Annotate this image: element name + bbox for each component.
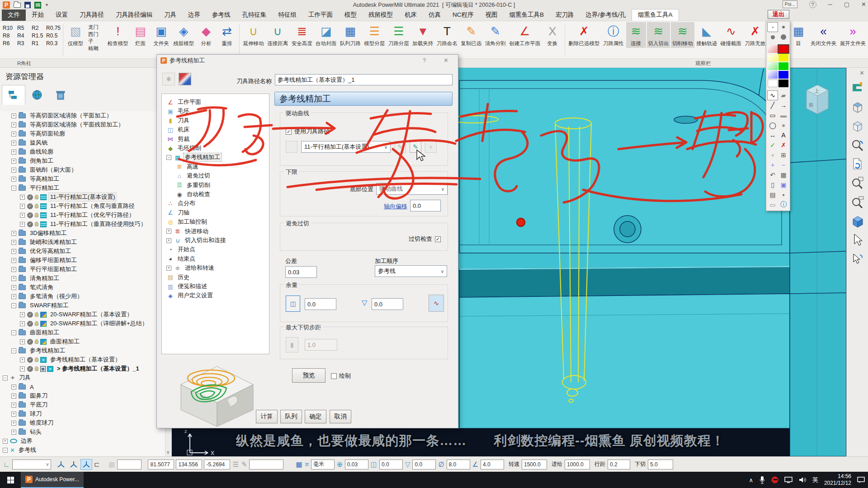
toolpath-name-input[interactable]: 参考线精加工（基本设置）_1 xyxy=(275,74,453,85)
cross-mark-icon[interactable]: ✗ xyxy=(778,140,789,150)
ribbon-button-文件夹[interactable]: ▣文件夹 xyxy=(151,22,171,48)
select-area-icon[interactable]: ▫ xyxy=(767,150,778,160)
new-page-icon[interactable]: ▯ xyxy=(767,180,778,190)
tab-文件[interactable]: 文件 xyxy=(2,9,26,21)
color-swatch[interactable] xyxy=(768,62,778,70)
tree-expander-icon[interactable]: − xyxy=(11,348,16,353)
r-value-R0.75[interactable]: R0.75 xyxy=(46,25,59,31)
tree-item[interactable]: +球刀 xyxy=(11,409,43,418)
dialog-tree-item[interactable]: ☰多重切削 xyxy=(175,181,212,190)
visibility-bulb-icon[interactable] xyxy=(35,222,38,226)
color-swatch[interactable] xyxy=(778,54,788,61)
ribbon-button-展开文件夹[interactable]: »展开文件夹 xyxy=(839,22,867,48)
status-field[interactable]: 1500.0 xyxy=(522,460,547,469)
taskbar-clock[interactable]: 14:562021/12/12 xyxy=(824,473,851,487)
tree-expander-icon[interactable]: + xyxy=(166,229,171,234)
tree-expander-icon[interactable]: + xyxy=(11,421,16,426)
pen-size-option[interactable] xyxy=(778,22,789,32)
ribbon-button-删除已选模型[interactable]: ✗删除已选模型 xyxy=(567,22,601,48)
visibility-bulb-icon[interactable] xyxy=(35,213,38,217)
ribbon-button-碰撞截面[interactable]: ∿碰撞截面 xyxy=(719,22,743,48)
pen-tool-icon[interactable]: ∿ xyxy=(767,90,778,100)
tree-expander-icon[interactable]: + xyxy=(3,439,8,444)
visibility-bulb-icon[interactable] xyxy=(35,366,38,371)
undo-icon[interactable]: ↶ xyxy=(767,170,778,180)
ribbon-button-清角分割[interactable]: ✎清角分割 xyxy=(484,22,507,48)
order-combo[interactable]: 参考线∨ xyxy=(375,265,447,277)
zoom-refresh-icon[interactable] xyxy=(850,137,865,153)
blue-cube-icon[interactable] xyxy=(850,213,865,229)
scroll-down-icon[interactable]: ∨ xyxy=(166,450,170,455)
status-field[interactable]: -5.2694 xyxy=(204,460,230,469)
tab-刀具[interactable]: 刀具 xyxy=(158,9,182,21)
tree-item[interactable]: −曲面精加工 xyxy=(11,328,61,337)
ribbon-button-关闭文件夹[interactable]: «关闭文件夹 xyxy=(809,22,838,48)
tree-expander-icon[interactable]: + xyxy=(11,249,16,254)
axial-offset-link[interactable]: 轴向偏移 xyxy=(384,202,407,211)
tree-expander-icon[interactable]: + xyxy=(11,258,16,263)
tab-模型[interactable]: 模型 xyxy=(339,9,363,21)
line-tool-icon[interactable]: ╱ xyxy=(767,100,778,110)
tree-expander-icon[interactable]: + xyxy=(11,231,16,236)
dialog-tree-item[interactable]: ◫机床 xyxy=(166,125,191,134)
status-field[interactable] xyxy=(249,460,283,469)
tray-chevron-icon[interactable]: ∧ xyxy=(749,477,753,483)
tree-expander-icon[interactable]: + xyxy=(11,394,16,399)
tree-expander-icon[interactable]: + xyxy=(11,285,16,290)
close-icon[interactable]: ✕ xyxy=(861,1,866,8)
ribbon-button-烂面[interactable]: ▤烂面 xyxy=(131,22,151,48)
tab-残留模型[interactable]: 残留模型 xyxy=(363,9,399,21)
tab-边界[interactable]: 边界 xyxy=(182,9,206,21)
dialog-title-bar[interactable]: P 参考线精加工 ? ✕ xyxy=(157,55,458,66)
tree-expander-icon[interactable]: + xyxy=(20,204,25,209)
tree-item[interactable]: +✓11-平行精加工（垂直路径使用技巧） xyxy=(20,220,148,229)
color-swatch[interactable] xyxy=(778,71,788,79)
ribbon-button-复制已选[interactable]: ✎复制已选 xyxy=(460,22,483,48)
tree-item[interactable]: +曲线轮廓 xyxy=(11,147,55,156)
tab-刀具路径[interactable]: 刀具路径 xyxy=(74,9,110,21)
probe-icon[interactable]: ✎ xyxy=(241,460,247,469)
grid-icon[interactable]: ▦ xyxy=(108,460,115,469)
clamp-icon[interactable] xyxy=(850,80,865,96)
tree-expander-icon[interactable]: + xyxy=(11,294,16,299)
tree-expander-icon[interactable]: + xyxy=(20,213,25,218)
xyz-list-icon[interactable]: ☰ xyxy=(232,460,238,469)
diameter-icon[interactable]: ∅ xyxy=(438,460,444,469)
status-field[interactable]: 0.2 xyxy=(608,460,630,469)
refline-finishing-dialog[interactable]: P 参考线精加工 ? ✕ ✱ 刀具路径名称 参考线精加工（基本设置）_1 参考线… xyxy=(156,54,458,428)
tab-边界/参考线/孔[interactable]: 边界/参考线/孔 xyxy=(580,9,632,21)
color-swatch[interactable] xyxy=(778,80,788,87)
ribbon-button-切削移动[interactable]: ≋切削移动 xyxy=(671,22,694,48)
tab-参考线[interactable]: 参考线 xyxy=(206,9,236,21)
magnify-icon[interactable]: ⊞ xyxy=(778,150,789,160)
status-field[interactable]: 0.0 xyxy=(379,460,403,469)
visibility-bulb-icon[interactable] xyxy=(35,339,38,344)
tree-expander-icon[interactable]: − xyxy=(11,303,16,308)
rect-filled-tool-icon[interactable]: ▬ xyxy=(778,110,789,120)
tree-item[interactable]: +等高切面区域清除（平面加工） xyxy=(11,111,113,120)
explorer-globe-tab[interactable] xyxy=(25,85,49,105)
status-field[interactable]: 134.556 xyxy=(176,460,202,469)
ribbon-button-接触轨迹[interactable]: ◣接触轨迹 xyxy=(695,22,719,48)
ellipse-tool-icon[interactable]: ◯ xyxy=(767,120,778,130)
tree-item[interactable]: +平行平坦面精加工 xyxy=(11,265,78,274)
r-value-R1.5[interactable]: R1.5 xyxy=(32,33,44,39)
tree-item[interactable]: +清角精加工 xyxy=(11,274,61,283)
toolbar-close-icon[interactable]: ✕ xyxy=(847,68,868,77)
tree-expander-icon[interactable]: + xyxy=(20,339,25,344)
component-thickness-button[interactable]: ∿ xyxy=(429,295,444,312)
dialog-tree-item[interactable]: +≑进给和转速 xyxy=(166,263,216,272)
ribbon-button-连接[interactable]: ≋连接 xyxy=(626,22,646,48)
tree-expander-icon[interactable]: + xyxy=(11,412,16,417)
wire-cube-icon[interactable] xyxy=(850,99,865,115)
activate-check-icon[interactable]: ✓ xyxy=(27,194,33,200)
edit-pattern-icon[interactable]: ✎ xyxy=(410,141,421,153)
tip-icon[interactable]: ▽ xyxy=(405,460,410,469)
ribbon-button-队列刀路[interactable]: ▦队列刀路 xyxy=(339,22,362,48)
tab-特征组[interactable]: 特征组 xyxy=(273,9,303,21)
info-icon[interactable]: ⓘ xyxy=(778,200,789,210)
tree-item[interactable]: +钻头 xyxy=(11,427,43,436)
axial-thickness-input[interactable]: 0.0 xyxy=(372,298,403,310)
tree-item[interactable]: +优化等高精加工 xyxy=(11,247,72,256)
display-icon[interactable] xyxy=(784,476,793,483)
